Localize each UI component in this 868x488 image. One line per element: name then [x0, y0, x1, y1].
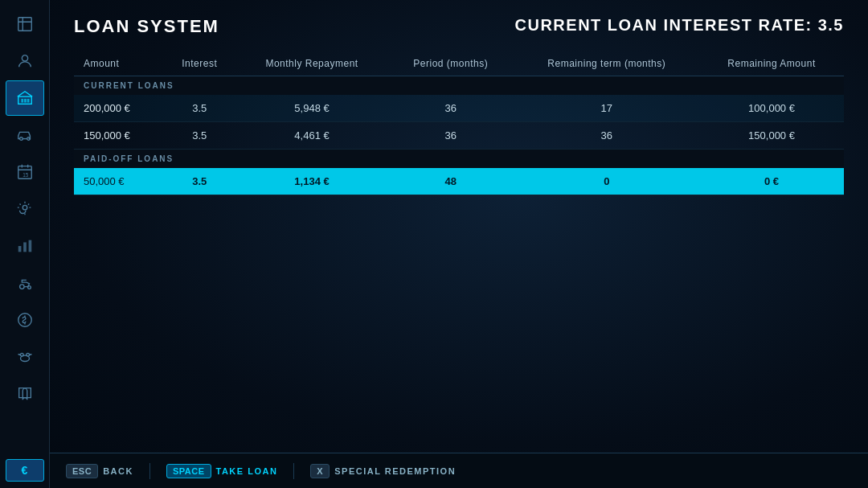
esc-key: ESC: [66, 464, 98, 478]
svg-rect-0: [18, 18, 31, 31]
sidebar-item-animals[interactable]: [6, 339, 44, 375]
svg-point-19: [26, 353, 29, 356]
section-label-1: PAID-OFF LOANS: [74, 150, 844, 169]
euro-indicator: €: [6, 459, 44, 482]
svg-rect-13: [28, 240, 31, 252]
back-label: BACK: [103, 466, 133, 476]
bottom-bar: ESC BACK SPACE TAKE LOAN X SPECIAL REDEM…: [50, 453, 868, 488]
page-title: LOAN SYSTEM: [74, 16, 219, 37]
sidebar-item-bank[interactable]: [6, 80, 44, 116]
sidebar-item-money[interactable]: [6, 302, 44, 338]
interest-rate: CURRENT LOAN INTEREST RATE: 3.5: [515, 16, 844, 35]
col-interest: Interest: [162, 51, 236, 76]
loan-table: Amount Interest Monthly Repayment Period…: [74, 51, 844, 195]
main-content: LOAN SYSTEM CURRENT LOAN INTEREST RATE: …: [50, 0, 868, 488]
header-row: LOAN SYSTEM CURRENT LOAN INTEREST RATE: …: [74, 16, 844, 37]
sidebar-item-vehicle[interactable]: [6, 117, 44, 153]
table-row: 200,000 €3.55,948 €3617100,000 €: [74, 95, 844, 122]
svg-rect-12: [23, 242, 27, 252]
svg-point-1: [22, 55, 27, 61]
col-remaining-amount: Remaining Amount: [699, 51, 844, 76]
svg-point-10: [23, 205, 27, 209]
sidebar: 15 €: [0, 0, 50, 488]
divider-1: [149, 463, 150, 479]
svg-rect-4: [24, 99, 27, 103]
sidebar-item-map[interactable]: [6, 6, 44, 42]
svg-rect-5: [27, 99, 29, 103]
svg-rect-11: [18, 246, 21, 252]
sidebar-item-stats[interactable]: [6, 228, 44, 264]
section-label-0: CURRENT LOANS: [74, 76, 844, 96]
svg-text:15: 15: [23, 172, 29, 178]
svg-point-6: [19, 137, 23, 141]
divider-2: [293, 463, 294, 479]
col-amount: Amount: [74, 51, 162, 76]
sidebar-item-tractor[interactable]: [6, 265, 44, 301]
special-redemption-label: SPECIAL REDEMPTION: [334, 466, 456, 476]
table-row: 50,000 €3.51,134 €4800 €: [74, 168, 844, 195]
sidebar-item-calendar[interactable]: 15: [6, 154, 44, 190]
table-row: 150,000 €3.54,461 €3636150,000 €: [74, 122, 844, 150]
space-key: SPACE: [166, 464, 211, 478]
sidebar-item-weather[interactable]: [6, 191, 44, 227]
col-monthly: Monthly Repayment: [236, 51, 387, 76]
sidebar-item-book[interactable]: [6, 376, 44, 412]
svg-rect-3: [21, 99, 23, 103]
x-key: X: [310, 464, 330, 478]
sidebar-item-contacts[interactable]: [6, 43, 44, 79]
svg-point-14: [19, 285, 23, 289]
back-hint: ESC BACK: [66, 464, 133, 478]
col-remaining-term: Remaining term (months): [514, 51, 699, 76]
take-loan-hint[interactable]: SPACE TAKE LOAN: [166, 464, 277, 478]
special-redemption-hint[interactable]: X SPECIAL REDEMPTION: [310, 464, 456, 478]
take-loan-label: TAKE LOAN: [216, 466, 278, 476]
svg-point-18: [20, 353, 23, 356]
table-header-row: Amount Interest Monthly Repayment Period…: [74, 51, 844, 76]
col-period: Period (months): [387, 51, 514, 76]
